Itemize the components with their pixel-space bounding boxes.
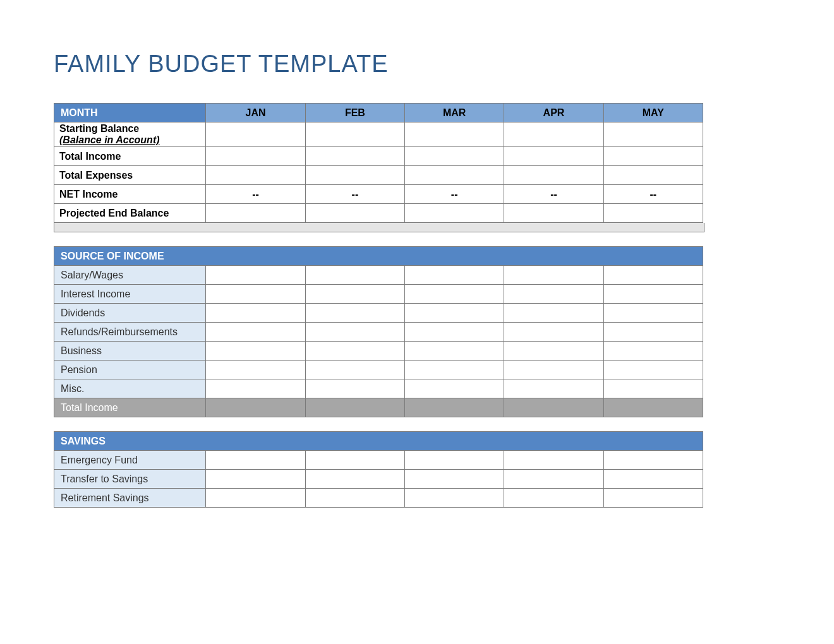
net-val: -- bbox=[206, 185, 305, 204]
cell[interactable] bbox=[206, 304, 305, 323]
cell[interactable] bbox=[603, 361, 703, 379]
starting-balance-row: Starting Balance (Balance in Account) bbox=[54, 122, 703, 147]
month-head-mar: MAR bbox=[405, 104, 504, 122]
cell[interactable] bbox=[504, 379, 603, 398]
cell[interactable] bbox=[603, 304, 703, 323]
cell[interactable] bbox=[305, 147, 404, 166]
cell[interactable] bbox=[305, 285, 404, 304]
cell[interactable] bbox=[603, 266, 703, 285]
cell[interactable] bbox=[405, 470, 504, 489]
savings-table: SAVINGS Emergency Fund Transfer to Savin… bbox=[54, 431, 703, 508]
projected-end-label: Projected End Balance bbox=[54, 204, 206, 223]
cell[interactable] bbox=[305, 304, 404, 323]
cell[interactable] bbox=[603, 323, 703, 342]
cell[interactable] bbox=[305, 379, 404, 398]
cell[interactable] bbox=[405, 489, 504, 508]
cell[interactable] bbox=[603, 342, 703, 361]
cell[interactable] bbox=[603, 122, 703, 147]
income-label: Pension bbox=[54, 361, 206, 379]
income-row: Business bbox=[54, 342, 703, 361]
net-val: -- bbox=[504, 185, 603, 204]
cell[interactable] bbox=[405, 451, 504, 470]
cell[interactable] bbox=[206, 323, 305, 342]
savings-header-row: SAVINGS bbox=[54, 432, 703, 451]
cell[interactable] bbox=[603, 451, 703, 470]
cell[interactable] bbox=[206, 342, 305, 361]
cell[interactable] bbox=[504, 304, 603, 323]
cell[interactable] bbox=[405, 147, 504, 166]
cell[interactable] bbox=[504, 122, 603, 147]
income-total-label: Total Income bbox=[54, 398, 206, 417]
cell[interactable] bbox=[603, 285, 703, 304]
income-row: Salary/Wages bbox=[54, 266, 703, 285]
cell[interactable] bbox=[206, 204, 305, 223]
cell[interactable] bbox=[305, 489, 404, 508]
cell[interactable] bbox=[603, 489, 703, 508]
cell[interactable] bbox=[206, 266, 305, 285]
cell[interactable] bbox=[504, 470, 603, 489]
cell[interactable] bbox=[405, 204, 504, 223]
cell[interactable] bbox=[206, 451, 305, 470]
cell[interactable] bbox=[305, 166, 404, 185]
income-row: Refunds/Reimbursements bbox=[54, 323, 703, 342]
cell[interactable] bbox=[305, 266, 404, 285]
cell[interactable] bbox=[504, 147, 603, 166]
income-label: Dividends bbox=[54, 304, 206, 323]
cell[interactable] bbox=[305, 122, 404, 147]
cell[interactable] bbox=[504, 323, 603, 342]
cell[interactable] bbox=[405, 166, 504, 185]
cell[interactable] bbox=[603, 166, 703, 185]
cell[interactable] bbox=[206, 285, 305, 304]
cell[interactable] bbox=[305, 204, 404, 223]
cell[interactable] bbox=[206, 489, 305, 508]
cell[interactable] bbox=[504, 342, 603, 361]
cell[interactable] bbox=[603, 379, 703, 398]
cell[interactable] bbox=[504, 285, 603, 304]
cell[interactable] bbox=[603, 204, 703, 223]
net-val: -- bbox=[405, 185, 504, 204]
cell bbox=[603, 398, 703, 417]
cell[interactable] bbox=[305, 451, 404, 470]
cell[interactable] bbox=[206, 122, 305, 147]
cell[interactable] bbox=[305, 470, 404, 489]
cell[interactable] bbox=[603, 470, 703, 489]
cell[interactable] bbox=[305, 323, 404, 342]
cell[interactable] bbox=[405, 122, 504, 147]
cell[interactable] bbox=[603, 147, 703, 166]
cell[interactable] bbox=[206, 166, 305, 185]
cell[interactable] bbox=[405, 361, 504, 379]
cell[interactable] bbox=[504, 451, 603, 470]
starting-balance-sub: (Balance in Account) bbox=[59, 134, 205, 146]
cell[interactable] bbox=[405, 379, 504, 398]
cell[interactable] bbox=[305, 361, 404, 379]
net-income-row: NET Income -- -- -- -- -- bbox=[54, 185, 703, 204]
starting-balance-label: Starting Balance bbox=[59, 123, 205, 134]
cell[interactable] bbox=[504, 266, 603, 285]
savings-row: Transfer to Savings bbox=[54, 470, 703, 489]
savings-row: Retirement Savings bbox=[54, 489, 703, 508]
cell[interactable] bbox=[206, 147, 305, 166]
summary-header-row: MONTH JAN FEB MAR APR MAY bbox=[54, 104, 703, 122]
income-label: Misc. bbox=[54, 379, 206, 398]
cell[interactable] bbox=[405, 304, 504, 323]
cell[interactable] bbox=[405, 266, 504, 285]
income-label: Business bbox=[54, 342, 206, 361]
cell bbox=[305, 398, 404, 417]
cell[interactable] bbox=[504, 166, 603, 185]
income-row: Interest Income bbox=[54, 285, 703, 304]
net-income-label: NET Income bbox=[54, 185, 206, 204]
cell[interactable] bbox=[504, 361, 603, 379]
projected-end-row: Projected End Balance bbox=[54, 204, 703, 223]
cell[interactable] bbox=[206, 361, 305, 379]
cell[interactable] bbox=[405, 323, 504, 342]
month-label-cell: MONTH bbox=[54, 104, 206, 122]
cell[interactable] bbox=[504, 204, 603, 223]
cell[interactable] bbox=[405, 342, 504, 361]
cell[interactable] bbox=[405, 285, 504, 304]
cell[interactable] bbox=[504, 489, 603, 508]
gray-spacer bbox=[54, 223, 704, 232]
cell[interactable] bbox=[305, 342, 404, 361]
savings-row: Emergency Fund bbox=[54, 451, 703, 470]
cell[interactable] bbox=[206, 470, 305, 489]
cell[interactable] bbox=[206, 379, 305, 398]
